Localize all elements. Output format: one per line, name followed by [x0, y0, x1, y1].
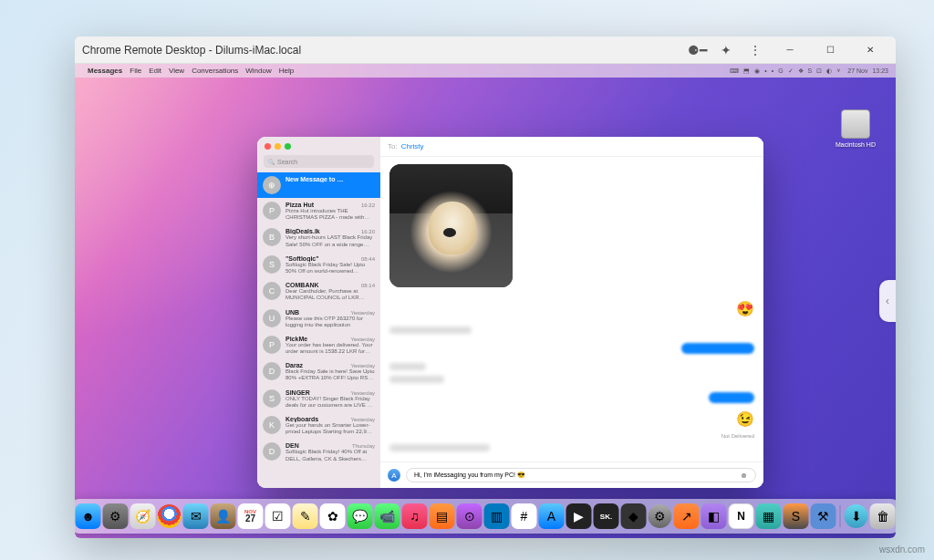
status-icon[interactable]: •	[764, 67, 766, 74]
conversation-item[interactable]: S SINGER Yesterday ONLY TODAY! Singer Bl…	[257, 386, 380, 412]
dock-icon-reminders[interactable]: ☑	[265, 503, 291, 529]
avatar: U	[263, 309, 281, 327]
status-icon[interactable]: ◉	[754, 67, 760, 75]
messages-app-window: Search ⊕ New Message to … P Pizza Hut 16…	[257, 137, 763, 488]
dock-icon-notes[interactable]: ✎	[293, 503, 318, 529]
conversation-item[interactable]: K Keyboards Yesterday Get your hands on …	[257, 412, 380, 439]
status-icon[interactable]: •	[772, 67, 773, 74]
menu-file[interactable]: File	[130, 67, 141, 75]
conversation-item[interactable]: C COMBANK 08:14 Dear Cardholder, Purchas…	[257, 278, 380, 305]
menu-help[interactable]: Help	[279, 67, 294, 75]
sent-bubble[interactable]	[681, 343, 754, 354]
dock-icon-play[interactable]: ▶	[566, 503, 592, 529]
menubar-time[interactable]: 13:23	[872, 67, 888, 74]
conversation-list: ⊕ New Message to … P Pizza Hut 16:22 Piz…	[257, 172, 380, 488]
conversation-item[interactable]: S "Softlogic" 08:44 Softlogic Black Frid…	[257, 252, 380, 278]
dock-icon-music[interactable]: ♫	[402, 503, 428, 529]
status-icon[interactable]: ⊡	[816, 67, 822, 75]
dock-icon-settings[interactable]: ⚙	[649, 504, 672, 528]
minimize-button[interactable]: ─	[772, 36, 808, 64]
menubar-status-area[interactable]: ⌨ ⬒ ◉ • • G ✓ ❖ S ⊡ ◐ ᯤ 27 Nov 13:23	[730, 67, 888, 75]
menu-view[interactable]: View	[169, 67, 184, 75]
close-button[interactable]: ✕	[852, 36, 888, 64]
status-icon[interactable]: ◐	[826, 67, 832, 75]
remote-desktop-viewport[interactable]: Messages File Edit View Conversations Wi…	[75, 64, 896, 538]
dock-icon-contacts[interactable]: 👤	[211, 503, 236, 529]
dock-icon-grape[interactable]: ◧	[701, 503, 727, 529]
extensions-icon[interactable]: ✦	[713, 39, 739, 61]
dock-icon-appstore[interactable]: A	[539, 503, 565, 529]
dock-icon-calendar[interactable]: NOV27	[238, 503, 264, 529]
dock-icon-sublime[interactable]: S	[784, 503, 809, 529]
conversation-preview: Please use this OTP 263270 for logging i…	[285, 316, 375, 328]
status-icon[interactable]: G	[778, 67, 783, 74]
macos-dock[interactable]: ☻⚙🧭✉👤NOV27☑✎✿💬📹♫▤⊙▥#A▶SK.◆⚙↗◧N▦S⚒⬇🗑	[75, 499, 896, 534]
menu-conversations[interactable]: Conversations	[192, 67, 238, 75]
conversation-item[interactable]: D Daraz Yesterday Black Friday Sale is h…	[257, 358, 380, 385]
dock-icon-orange[interactable]: ▤	[430, 503, 455, 529]
messages-main-pane: To: Christy 😍 😉 Not	[380, 137, 763, 488]
dock-icon-launchpad[interactable]: ⚙	[103, 503, 129, 529]
dock-icon-notion[interactable]: N	[729, 503, 754, 529]
dock-icon-trash[interactable]: 🗑	[870, 503, 896, 529]
dock-icon-mail[interactable]: ✉	[183, 503, 209, 529]
chrome-menu-icon[interactable]: ⋮	[742, 39, 768, 61]
conversation-item[interactable]: B BigDeals.lk 16:20 Very short-hours LAS…	[257, 224, 380, 251]
conversation-name: "Softlogic"	[285, 255, 319, 262]
message-input-text: Hi, I'm iMessaging you from my PC! 😎	[414, 472, 525, 479]
menubar-date[interactable]: 27 Nov	[847, 67, 867, 74]
conversation-item[interactable]: D DEN Thursday Softlogic Black Friday! 4…	[257, 439, 380, 465]
traffic-close-button[interactable]	[265, 143, 271, 150]
messages-search-input[interactable]: Search	[264, 155, 374, 168]
menu-window[interactable]: Window	[245, 67, 271, 75]
received-photo-message[interactable]	[389, 164, 513, 287]
remote-desktop-side-tab[interactable]: ‹	[879, 280, 896, 322]
status-icon[interactable]: ⬒	[743, 67, 750, 75]
avatar: C	[263, 282, 281, 300]
contact-name-field[interactable]: Christy	[401, 142, 424, 150]
dock-icon-podcasts[interactable]: ⊙	[457, 503, 483, 529]
traffic-maximize-button[interactable]	[285, 143, 291, 150]
status-icon[interactable]: ⌨	[730, 67, 739, 75]
wifi-icon[interactable]: ᯤ	[836, 67, 843, 74]
app-menu[interactable]: Messages	[88, 67, 122, 75]
dock-icon-safari[interactable]: 🧭	[130, 503, 156, 529]
dictation-icon[interactable]: ⏺	[741, 472, 748, 480]
conversation-item[interactable]: U UNB Yesterday Please use this OTP 2632…	[257, 306, 380, 332]
maximize-button[interactable]: ☐	[812, 36, 848, 64]
conversation-time: Yesterday	[351, 390, 375, 396]
dock-icon-photos[interactable]: ✿	[320, 503, 346, 529]
dock-icon-slack[interactable]: #	[512, 503, 537, 529]
status-icon[interactable]: S	[808, 67, 813, 74]
dock-icon-trello[interactable]: ▥	[484, 503, 510, 529]
desktop-icon-macintosh-hd[interactable]: Macintosh HD	[834, 109, 877, 148]
dock-icon-swift[interactable]: ↗	[674, 503, 700, 529]
sent-emoji[interactable]: 😉	[736, 410, 754, 428]
conversation-item[interactable]: P PickMe Yesterday Your order has been d…	[257, 332, 380, 358]
message-text-input[interactable]: Hi, I'm iMessaging you from my PC! 😎 ⏺	[406, 468, 756, 482]
message-thread[interactable]: 😍 😉 Not Delivered	[380, 157, 763, 461]
status-icon[interactable]: ❖	[798, 67, 804, 75]
macos-menubar[interactable]: Messages File Edit View Conversations Wi…	[75, 64, 896, 78]
dock-icon-tool[interactable]: ⚒	[811, 503, 836, 529]
to-label: To:	[388, 142, 398, 150]
dock-icon-dark1[interactable]: ◆	[621, 503, 647, 529]
conversation-preview: Very short-hours LAST Black Friday Sale!…	[285, 234, 375, 247]
sent-emoji[interactable]: 😍	[736, 300, 754, 317]
window-titlebar[interactable]: Chrome Remote Desktop - Dilums-iMac.loca…	[75, 36, 896, 64]
imessage-apps-button[interactable]: A	[388, 469, 400, 482]
key-icon[interactable]: ⚈━	[684, 39, 710, 61]
conversation-item[interactable]: ⊕ New Message to …	[257, 172, 380, 198]
status-icon[interactable]: ✓	[788, 67, 794, 75]
dock-icon-facetime[interactable]: 📹	[375, 503, 400, 529]
dock-icon-teal[interactable]: ▦	[756, 503, 782, 529]
dock-icon-sk[interactable]: SK.	[594, 503, 619, 529]
dock-icon-finder[interactable]: ☻	[76, 503, 101, 529]
dock-icon-dl[interactable]: ⬇	[845, 504, 868, 528]
dock-icon-chrome[interactable]	[158, 504, 182, 528]
dock-icon-messages[interactable]: 💬	[348, 503, 373, 529]
traffic-minimize-button[interactable]	[275, 143, 281, 150]
conversation-item[interactable]: P Pizza Hut 16:22 Pizza Hut introduces T…	[257, 198, 380, 224]
menu-edit[interactable]: Edit	[149, 67, 161, 75]
sent-bubble[interactable]	[709, 392, 754, 403]
